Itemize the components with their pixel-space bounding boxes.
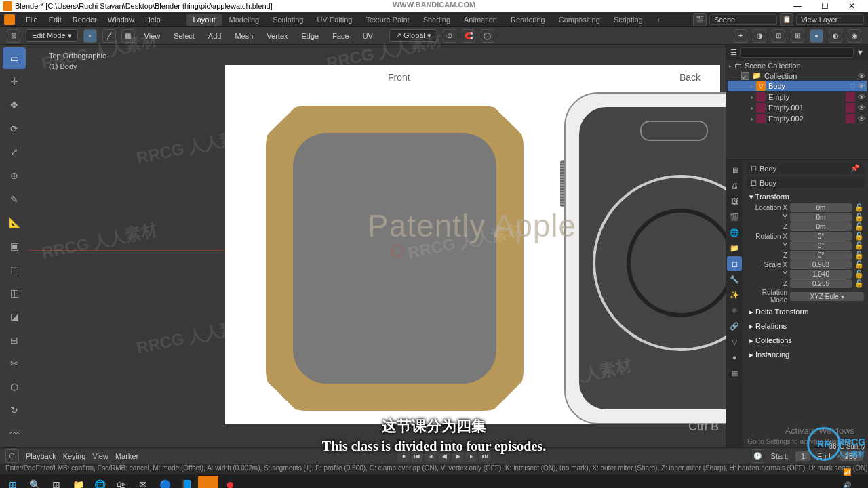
scale-x[interactable]: 0.903 (790, 260, 852, 269)
clock-icon[interactable]: 🕐 (751, 449, 764, 463)
tool-scale[interactable]: ⤢ (3, 142, 26, 163)
tool-move[interactable]: ✥ (3, 94, 26, 116)
mode-dropdown[interactable]: Edit Mode ▾ (26, 29, 78, 42)
eye-icon[interactable]: 👁 (858, 82, 865, 90)
mesh-menu[interactable]: Mesh (231, 32, 257, 40)
tab-layout[interactable]: Layout (186, 14, 222, 26)
pivot-icon[interactable]: ⊙ (443, 29, 456, 43)
overlay-icon[interactable]: ◑ (753, 29, 766, 43)
lock-icon[interactable]: 🔓 (854, 270, 864, 279)
eye-icon[interactable]: 👁 (858, 93, 865, 101)
tree-collection[interactable]: 📁Collection👁 (728, 70, 867, 81)
tool-rotate[interactable]: ⟳ (3, 118, 26, 140)
panel-relations[interactable]: ▸ Relations (747, 321, 864, 332)
mail-icon[interactable]: ✉ (133, 476, 153, 488)
tool-annotate[interactable]: ✎ (3, 188, 26, 210)
proptab-material[interactable]: ● (727, 350, 742, 365)
wifi-icon[interactable]: 📶 (843, 468, 851, 476)
view-menu-tl[interactable]: View (92, 452, 108, 460)
eye-icon[interactable]: 👁 (858, 104, 865, 112)
tool-bevel[interactable]: ◪ (3, 306, 26, 327)
editor-type-icon[interactable]: ⊞ (7, 29, 20, 43)
menu-edit[interactable]: Edit (43, 16, 67, 24)
menu-render[interactable]: Render (67, 16, 102, 24)
tree-item-empty002[interactable]: ▸Empty.002👁 (728, 113, 867, 124)
viewport[interactable]: Top Orthographic (1) Body Front Back Pat… (28, 45, 726, 447)
prop-breadcrumb2[interactable]: ◻Body (747, 177, 864, 188)
blender-task-icon[interactable] (198, 476, 218, 488)
proportional-icon[interactable]: ◯ (481, 29, 494, 43)
panel-delta[interactable]: ▸ Delta Transform (747, 306, 864, 318)
tool-extrude[interactable]: ⬚ (3, 259, 26, 281)
tab-add[interactable]: + (650, 14, 667, 26)
close-button[interactable]: ✕ (838, 1, 865, 11)
panel-collections[interactable]: ▸ Collections (747, 335, 864, 346)
tool-spin[interactable]: ↻ (3, 400, 26, 422)
loc-x[interactable]: 0m (790, 203, 852, 212)
tab-animation[interactable]: Animation (457, 14, 504, 26)
proptab-output[interactable]: 🖨 (727, 178, 742, 193)
lock-icon[interactable]: 🔓 (854, 279, 864, 288)
tool-knife[interactable]: ✂ (3, 352, 26, 374)
proptab-object[interactable]: ◻ (727, 256, 742, 271)
shading-solid-icon[interactable]: ● (810, 29, 823, 43)
scene-name-input[interactable]: Scene (709, 14, 777, 25)
tool-polybuild[interactable]: ⬡ (3, 376, 26, 398)
tool-select[interactable]: ▭ (3, 47, 26, 69)
tree-item-body[interactable]: ▸▽Body▽👁 (728, 81, 867, 92)
gizmo-icon[interactable]: ✦ (734, 29, 747, 43)
vertex-menu[interactable]: Vertex (262, 32, 292, 40)
face-menu[interactable]: Face (328, 32, 353, 40)
eye-icon[interactable]: 👁 (858, 72, 865, 80)
face-select-icon[interactable]: ▦ (121, 29, 135, 43)
chrome-icon[interactable]: 🔵 (155, 476, 175, 488)
snap-icon[interactable]: 🧲 (462, 29, 475, 43)
playback-menu[interactable]: Playback (26, 452, 56, 460)
loc-z[interactable]: 0m (790, 222, 852, 231)
lock-icon[interactable]: 🔓 (854, 213, 864, 222)
tool-transform[interactable]: ⊕ (3, 165, 26, 186)
rotmode[interactable]: XYZ Eule ▾ (790, 292, 864, 301)
eye-icon[interactable]: 👁 (858, 115, 865, 123)
rot-y[interactable]: 0° (790, 241, 852, 250)
tab-scripting[interactable]: Scripting (607, 14, 650, 26)
keying-menu[interactable]: Keying (63, 452, 86, 460)
volume-icon[interactable]: 🔊 (843, 481, 851, 489)
proptab-collection[interactable]: 📁 (727, 241, 742, 256)
proptab-constraints[interactable]: 🔗 (727, 319, 742, 333)
edge-icon[interactable]: 🌐 (90, 476, 110, 488)
tool-cursor[interactable]: ✛ (3, 71, 26, 93)
outliner-type-icon[interactable]: ☰ (730, 48, 737, 57)
orientation-dropdown[interactable]: ↗ Global ▾ (389, 29, 437, 42)
xray-icon[interactable]: ⊡ (772, 29, 785, 43)
panel-transform[interactable]: ▾ Transform (747, 191, 864, 203)
menu-help[interactable]: Help (140, 16, 166, 24)
tool-loopcut[interactable]: ⊟ (3, 329, 26, 351)
outliner-search[interactable] (740, 47, 854, 58)
viewlayer-icon[interactable]: 📋 (780, 13, 793, 26)
filter-icon[interactable]: ▼ (856, 48, 864, 56)
collection-checkbox[interactable] (741, 72, 749, 80)
tab-texturepaint[interactable]: Texture Paint (359, 14, 416, 26)
loc-y[interactable]: 0m (790, 213, 852, 222)
proptab-world[interactable]: 🌐 (727, 225, 742, 240)
prop-breadcrumb1[interactable]: ◻Body📌 (747, 163, 864, 174)
shading-render-icon[interactable]: ◉ (848, 29, 861, 43)
menu-window[interactable]: Window (102, 16, 140, 24)
search-icon[interactable]: 🔍 (24, 476, 45, 488)
lock-icon[interactable]: 🔓 (854, 260, 864, 269)
tab-modeling[interactable]: Modeling (222, 14, 267, 26)
shading-wire-icon[interactable]: ⊞ (791, 29, 804, 43)
proptab-scene[interactable]: 🎬 (727, 209, 742, 224)
minimize-button[interactable]: — (784, 1, 811, 11)
store-icon[interactable]: 🛍 (111, 476, 132, 488)
word-icon[interactable]: 📘 (176, 476, 197, 488)
proptab-viewlayer[interactable]: 🖼 (727, 194, 742, 209)
proptab-texture[interactable]: ▦ (727, 365, 742, 380)
lock-icon[interactable]: 🔓 (854, 222, 864, 231)
timeline-type-icon[interactable]: ⏱ (5, 449, 19, 463)
scale-y[interactable]: 1.040 (790, 270, 852, 279)
scale-z[interactable]: 0.255 (790, 279, 852, 288)
view-menu[interactable]: View (140, 32, 165, 40)
menu-file[interactable]: File (20, 16, 43, 24)
